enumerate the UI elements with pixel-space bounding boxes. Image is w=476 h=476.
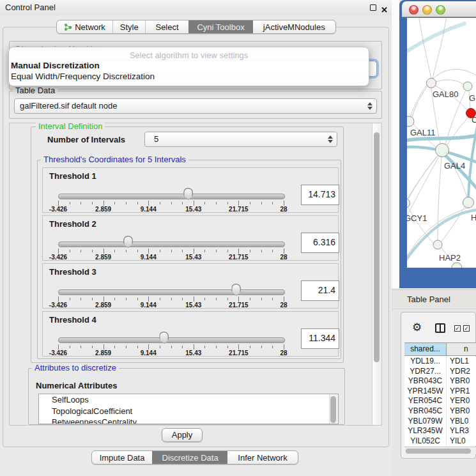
- cell-name[interactable]: YPR1: [447, 387, 470, 397]
- cell-shared-name[interactable]: YDR27...: [404, 367, 447, 377]
- apply-button[interactable]: Apply: [162, 428, 203, 442]
- table-row[interactable]: YPR145WYPR1: [404, 387, 476, 397]
- slider-tick: [238, 344, 239, 349]
- table-row[interactable]: YDL19...YDL1: [404, 357, 476, 367]
- network-canvas[interactable]: GAL80 G. C GAL11 GAL4 GCY1 H HAP2: [407, 18, 476, 268]
- split-columns-icon[interactable]: [435, 323, 445, 333]
- cell-name[interactable]: YIL0: [447, 436, 466, 446]
- gear-icon[interactable]: ⚙: [412, 321, 422, 334]
- threshold-3-value-input[interactable]: 21.4: [301, 280, 339, 301]
- cell-name[interactable]: YDR2: [447, 367, 470, 377]
- cell-name[interactable]: YBL0: [447, 417, 468, 427]
- close-traffic-light[interactable]: [409, 5, 418, 15]
- numerical-attributes-list[interactable]: SelfLoopsTopologicalCoefficientBetweenne…: [38, 394, 339, 424]
- checkbox-icon-1[interactable]: ✓: [454, 325, 461, 332]
- zoom-traffic-light[interactable]: [436, 5, 445, 15]
- tab-jactivemnodules-label: jActiveMNodules: [263, 22, 325, 32]
- table-horizontal-scrollbar-thumb[interactable]: [406, 449, 471, 454]
- vertical-scrollbar[interactable]: [372, 123, 381, 425]
- table-row[interactable]: YBL079WYBL0: [404, 417, 476, 427]
- tab-style[interactable]: Style: [112, 20, 145, 33]
- table-row[interactable]: YBR043CYBR0: [404, 376, 476, 387]
- cell-shared-name[interactable]: YLR345W: [404, 426, 447, 436]
- slider-tick: [182, 202, 183, 204]
- slider-tick: [58, 249, 59, 254]
- node-hap2[interactable]: [433, 240, 442, 249]
- cell-name[interactable]: YER0: [447, 396, 470, 406]
- close-icon[interactable]: ✕: [381, 3, 388, 18]
- slider-tick: [204, 202, 205, 204]
- table-row[interactable]: YIL052CYIL0: [404, 436, 476, 446]
- cell-shared-name[interactable]: YBL079W: [404, 417, 447, 427]
- slider-tick: [227, 298, 228, 300]
- cell-name[interactable]: YBR0: [447, 406, 470, 417]
- tab-select[interactable]: Select: [145, 20, 188, 33]
- table-body: YDL19...YDL1YDR27...YDR2YBR043CYBR0YPR14…: [404, 357, 476, 446]
- cell-shared-name[interactable]: YPR145W: [404, 387, 447, 397]
- slider-tick: [114, 346, 115, 348]
- node-gcy1[interactable]: [407, 199, 410, 208]
- number-of-intervals-combobox[interactable]: 5: [144, 132, 337, 147]
- table-horizontal-scrollbar[interactable]: [404, 447, 476, 454]
- slider-tick-label: 15.43: [185, 254, 201, 261]
- attribute-list-item[interactable]: TopologicalCoefficient: [39, 406, 338, 417]
- slider-tick: [204, 346, 205, 348]
- node-h[interactable]: [463, 197, 474, 208]
- slider-tick: [148, 344, 149, 349]
- threshold-3-slider-track[interactable]: [58, 289, 285, 295]
- threshold-1-value-input[interactable]: 14.713: [301, 185, 339, 205]
- tab-infer-network[interactable]: Infer Network: [227, 451, 298, 464]
- table-data-combobox[interactable]: galFiltered.sif default node: [14, 98, 377, 114]
- table-row[interactable]: YLR345WYLR3: [404, 426, 476, 436]
- attribute-list-item[interactable]: SelfLoops: [39, 394, 338, 406]
- menu-item-manual-discretization[interactable]: Manual Discretization: [9, 60, 369, 71]
- tab-discretize-data[interactable]: Discretize Data: [152, 451, 227, 464]
- cell-shared-name[interactable]: YBR043C: [404, 376, 447, 387]
- vertical-scrollbar-thumb[interactable]: [374, 132, 380, 362]
- float-window-icon[interactable]: [370, 4, 376, 11]
- attributes-list-scrollbar[interactable]: [329, 394, 338, 424]
- tab-network[interactable]: Network: [57, 20, 112, 33]
- threshold-1-slider-track[interactable]: [58, 194, 285, 199]
- node-gal80[interactable]: [427, 79, 436, 88]
- attribute-list-item[interactable]: BetweennessCentrality: [39, 417, 338, 424]
- cell-name[interactable]: YBR0: [447, 376, 470, 387]
- tab-cyni-toolbox[interactable]: Cyni Toolbox: [188, 20, 253, 33]
- column-header-shared-name[interactable]: shared...: [404, 343, 447, 355]
- column-header-name[interactable]: n: [447, 343, 476, 355]
- slider-tick: [194, 201, 194, 206]
- tab-impute-data-label: Impute Data: [100, 453, 145, 463]
- threshold-4-slider-track[interactable]: [58, 337, 285, 343]
- network-window-titlebar[interactable]: [402, 1, 476, 17]
- panel-divider[interactable]: [392, 0, 399, 288]
- node-gal11[interactable]: [407, 116, 414, 127]
- node-gal4[interactable]: [436, 144, 449, 157]
- slider-tick: [126, 346, 127, 348]
- tab-cyni-toolbox-label: Cyni Toolbox: [197, 22, 244, 32]
- checkbox-icon-2[interactable]: ✓: [463, 325, 470, 332]
- cell-name[interactable]: YDL1: [447, 357, 469, 367]
- cell-name[interactable]: YLR3: [447, 426, 469, 436]
- tab-jactivemnodules[interactable]: jActiveMNodules: [253, 20, 336, 33]
- cell-shared-name[interactable]: YDL19...: [404, 357, 447, 367]
- tab-impute-data[interactable]: Impute Data: [92, 451, 152, 464]
- screen: Control Panel ✕ Network Style Select Cyn…: [0, 0, 476, 476]
- slider-tick: [216, 298, 217, 300]
- node-bottom-partial[interactable]: [452, 263, 462, 268]
- minimize-traffic-light[interactable]: [422, 5, 432, 15]
- threshold-4-value-input[interactable]: 11.344: [301, 328, 339, 349]
- cell-shared-name[interactable]: YIL052C: [404, 436, 447, 446]
- cell-shared-name[interactable]: YER054C: [404, 396, 447, 406]
- table-row[interactable]: YER054CYER0: [404, 396, 476, 406]
- menu-item-equal-width-frequency[interactable]: Equal Width/Frequency Discretization: [9, 71, 369, 82]
- node-label-gal11: GAL11: [410, 128, 436, 137]
- threshold-2-value-input[interactable]: 6.316: [301, 233, 339, 253]
- attributes-list-scrollbar-thumb[interactable]: [330, 396, 336, 423]
- table-row[interactable]: YDR27...YDR2: [404, 367, 476, 377]
- threshold-2-slider-track[interactable]: [58, 242, 285, 247]
- table-row[interactable]: YBR045CYBR0: [404, 406, 476, 417]
- threshold-1-slider-labels: -3.4262.8599.14415.4321.71528: [43, 206, 338, 213]
- cell-shared-name[interactable]: YBR045C: [404, 406, 447, 417]
- node-top-right[interactable]: [463, 82, 472, 91]
- node-label-gal80: GAL80: [433, 89, 458, 99]
